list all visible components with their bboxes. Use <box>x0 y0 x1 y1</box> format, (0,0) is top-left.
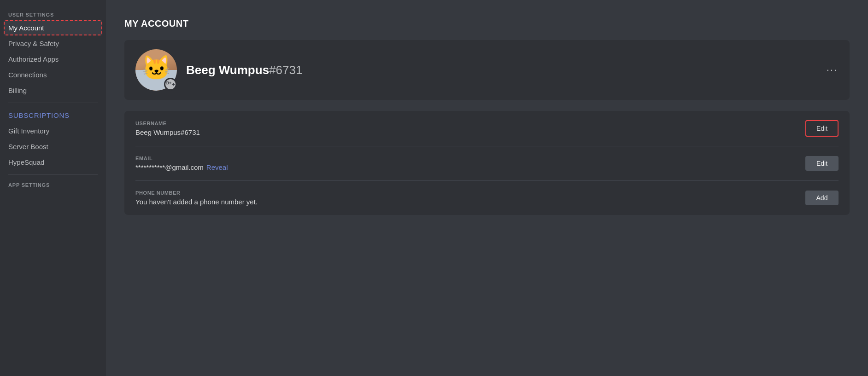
avatar-edit-button[interactable]: + <box>164 78 177 91</box>
email-reveal-link[interactable]: Reveal <box>206 163 228 171</box>
phone-row: PHONE NUMBER You haven't added a phone n… <box>135 181 839 215</box>
profile-discriminator: #6731 <box>269 63 302 77</box>
sidebar-item-authorized-apps[interactable]: Authorized Apps <box>4 52 102 67</box>
phone-field: PHONE NUMBER You haven't added a phone n… <box>135 190 805 206</box>
username-field: USERNAME Beeg Wumpus#6731 <box>135 121 805 136</box>
email-value: ***********@gmail.comReveal <box>135 163 805 171</box>
sidebar-item-hypesquad[interactable]: HypeSquad <box>4 155 102 170</box>
username-label: USERNAME <box>135 121 805 126</box>
email-masked: ***********@gmail.com <box>135 163 204 171</box>
profile-more-button[interactable]: ··· <box>824 61 840 79</box>
email-label: EMAIL <box>135 156 805 161</box>
svg-rect-0 <box>166 81 169 84</box>
username-row: USERNAME Beeg Wumpus#6731 Edit <box>135 111 839 146</box>
sidebar-divider-2 <box>8 174 98 175</box>
sidebar: USER SETTINGS My Account Privacy & Safet… <box>0 0 106 376</box>
profile-card: + Beeg Wumpus#6731 ··· <box>124 40 850 100</box>
sidebar-divider-1 <box>8 103 98 103</box>
profile-name-wrapper: Beeg Wumpus#6731 <box>186 63 302 77</box>
info-card: USERNAME Beeg Wumpus#6731 Edit EMAIL ***… <box>124 111 850 215</box>
app-settings-label: APP SETTINGS <box>4 179 102 190</box>
phone-value: You haven't added a phone number yet. <box>135 198 805 206</box>
email-edit-button[interactable]: Edit <box>805 156 839 171</box>
subscriptions-label: Subscriptions <box>4 108 102 123</box>
sidebar-item-server-boost[interactable]: Server Boost <box>4 139 102 154</box>
sidebar-item-gift-inventory[interactable]: Gift Inventory <box>4 123 102 139</box>
sidebar-item-billing[interactable]: Billing <box>4 83 102 98</box>
profile-display-name: Beeg Wumpus <box>186 63 269 77</box>
phone-label: PHONE NUMBER <box>135 190 805 196</box>
sidebar-item-my-account[interactable]: My Account <box>4 20 102 35</box>
phone-add-button[interactable]: Add <box>805 191 839 205</box>
avatar-wrapper: + <box>135 49 177 91</box>
sidebar-item-connections[interactable]: Connections <box>4 67 102 82</box>
email-row: EMAIL ***********@gmail.comReveal Edit <box>135 146 839 181</box>
sidebar-item-privacy-safety[interactable]: Privacy & Safety <box>4 36 102 51</box>
main-content: MY ACCOUNT + Beeg Wumpus#6731 ··· US <box>106 0 868 376</box>
page-title: MY ACCOUNT <box>124 18 850 29</box>
user-settings-label: USER SETTINGS <box>4 9 102 19</box>
email-field: EMAIL ***********@gmail.comReveal <box>135 156 805 171</box>
username-edit-button[interactable]: Edit <box>805 120 839 137</box>
username-value: Beeg Wumpus#6731 <box>135 128 805 136</box>
